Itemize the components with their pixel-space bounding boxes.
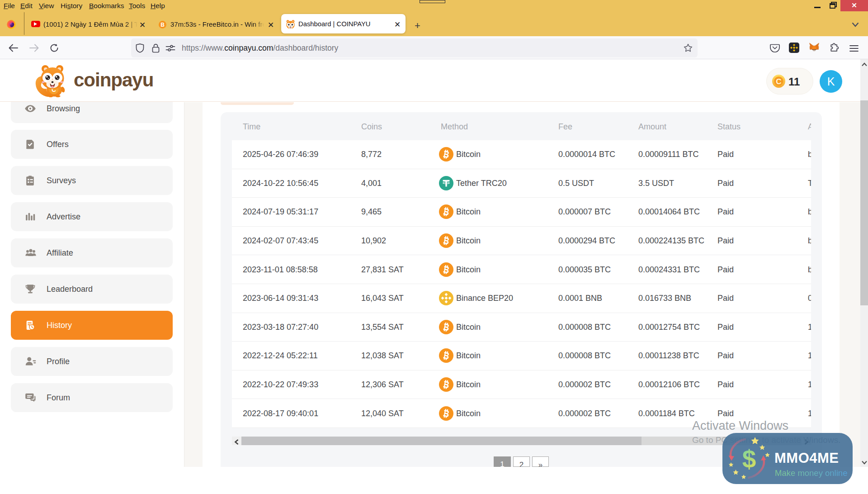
svg-text:B: B — [160, 22, 165, 28]
svg-text:C: C — [776, 77, 781, 86]
svg-text:$: $ — [742, 445, 756, 473]
